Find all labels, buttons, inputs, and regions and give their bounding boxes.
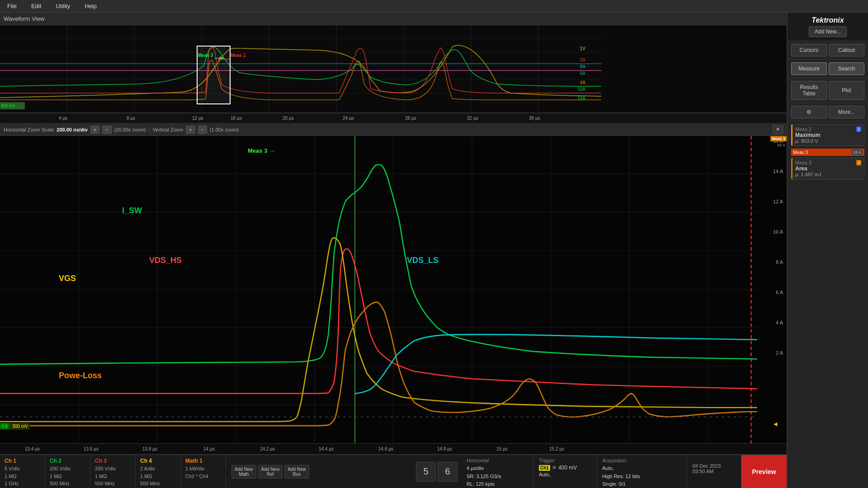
tick-8us: 8 µs (127, 116, 135, 121)
results-table-btn[interactable]: Results Table (791, 81, 827, 100)
menu-utility[interactable]: Utility (52, 1, 74, 11)
tick-13-8: 13.8 µs (142, 446, 157, 451)
cursors-callout-row: Cursors Callout (788, 41, 868, 60)
meas2-item[interactable]: Meas 2 2 Maximum µ: 903.0 V (791, 124, 864, 146)
tick-14: 14 µs (203, 446, 215, 451)
trigger-x[interactable]: ✕ (552, 465, 557, 471)
settings-more-row: ⚙ More... (788, 103, 868, 122)
waveform-title: Waveform View (4, 15, 44, 22)
ch4-bw: 500 MHz (140, 480, 176, 488)
trigger-channel: Ch1 ✕ 400 mV (539, 465, 591, 471)
horiz-zoom-value: 200.00 ns/div (57, 127, 88, 132)
meas3-red-badge: Meas 3 16 A (791, 149, 864, 156)
datetime-section: 04 Dec 2023 03:50 AM (687, 455, 741, 488)
zoom-out-btn[interactable]: − (102, 126, 111, 134)
plot-btn[interactable]: Plot (829, 81, 864, 100)
math1-name: Math 1 (185, 458, 221, 464)
more-btn[interactable]: More... (829, 106, 864, 118)
number-display: 5 6 (412, 455, 461, 488)
overview-time-axis: 4 µs 8 µs 12 µs 16 µs 20 µs 24 µs 28 µs … (0, 113, 787, 123)
zoom-box[interactable] (197, 46, 231, 104)
ch2-name: Ch 2 (50, 458, 85, 464)
add-new-ref-btn[interactable]: Add NewRef (258, 465, 283, 479)
menu-file[interactable]: File (4, 1, 20, 11)
ch2-coupling: 1 MΩ (50, 473, 85, 480)
vert-zoom-factor: (1.00x zoom) (210, 127, 239, 132)
ch1-block[interactable]: Ch 1 5 V/div 1 MΩ 1 GHz (0, 455, 45, 488)
main-waveform[interactable]: I_SW VDS_HS VGS VDS_LS Powe-Loss 16 A 14… (0, 136, 787, 443)
right-panel: Tektronix Add New... Cursors Callout Mea… (787, 13, 868, 488)
axis-12a: 12 A (773, 199, 783, 204)
menu-edit[interactable]: Edit (28, 1, 45, 11)
overview-panel[interactable]: T (0, 25, 787, 113)
ch2-block[interactable]: Ch 2 200 V/div 1 MΩ 500 MHz (45, 455, 90, 488)
cursors-btn[interactable]: Cursors (791, 44, 827, 56)
svg-text:6A: 6A (580, 71, 586, 76)
svg-text:1V: 1V (580, 46, 586, 51)
num-6[interactable]: 6 (438, 462, 458, 482)
ch1-bw: 1 GHz (5, 480, 40, 488)
meas3-value: µ: 1.467 mJ (795, 172, 861, 177)
meas3-item[interactable]: Meas 3 3 Area µ: 1.467 mJ (791, 158, 864, 179)
ch4-block[interactable]: Ch 4 2 A/div 1 MΩ 500 MHz (136, 455, 181, 488)
add-new-bus-btn[interactable]: Add NewBus (284, 465, 309, 479)
vgs-label: VGS (59, 274, 76, 283)
meas-panel: Meas 2 2 Maximum µ: 903.0 V Meas 3 16 A … (788, 122, 868, 185)
settings-btn[interactable]: ⚙ (791, 106, 827, 118)
add-buttons-area: Add NewMath Add NewRef Add NewBus (226, 455, 315, 488)
axis-10a: 10 A (773, 229, 783, 235)
vert-zoom-out-btn[interactable]: − (198, 126, 207, 134)
tick-15-2: 15.2 µs (549, 446, 564, 451)
meas3-main-label: Meas 3 → (248, 147, 275, 154)
c4-value: 300 mV (10, 423, 30, 430)
horizontal-section: Horizontal 4 µs/div SR: 3.125 GS/s RL: 1… (461, 455, 533, 488)
add-new-button[interactable]: Add New... (809, 26, 847, 37)
trigger-title: Trigger (539, 458, 591, 463)
vds-ls-label: VDS_LS (407, 256, 439, 265)
vert-zoom-label: Vertical Zoom (153, 127, 183, 132)
ch4-name: Ch 4 (140, 458, 176, 464)
acquisition-res: High Res: 12 bits (602, 473, 681, 481)
waveform-area: Waveform View T (0, 13, 787, 488)
trigger-mode: Auto, (539, 471, 591, 479)
svg-text:4A: 4A (580, 80, 586, 85)
add-new-math-btn[interactable]: Add NewMath (231, 465, 256, 479)
menu-help[interactable]: Help (81, 1, 100, 11)
zoom-in-btn[interactable]: + (90, 126, 99, 134)
tick-4us: 4 µs (59, 116, 67, 121)
overview-svg: 1V 2A 8A 6A 4A 10A 16A Meas 3 Meas 1 (0, 25, 787, 113)
trigger-level: 400 mV (558, 465, 577, 471)
tick-13-4: 13.4 µs (25, 446, 40, 451)
results-plot-row: Results Table Plot (788, 78, 868, 103)
measure-btn[interactable]: Measure (791, 62, 827, 75)
axis-8a: 8 A (776, 259, 783, 265)
meas3-type: Area (795, 165, 861, 172)
preview-button[interactable]: Preview (741, 455, 787, 488)
ch3-block[interactable]: Ch 3 200 V/div 1 MΩ 500 MHz (90, 455, 136, 488)
tick-20us: 20 µs (283, 116, 294, 121)
meas2-title: Meas 2 (795, 127, 811, 132)
axis-4a: 4 A (776, 320, 783, 325)
close-zoom-btn[interactable]: ✕ (773, 125, 783, 134)
trigger-section: Trigger Ch1 ✕ 400 mV Auto, (533, 455, 597, 488)
callout-btn[interactable]: Callout (829, 44, 864, 56)
horiz-zoom-label: Horizontal Zoom Scale (4, 127, 54, 132)
search-btn[interactable]: Search (829, 62, 864, 75)
ch4-coupling: 1 MΩ (140, 473, 176, 480)
axis-2a: 2 A (776, 350, 783, 356)
meas2-type: Maximum (795, 132, 861, 138)
num-5[interactable]: 5 (416, 462, 436, 482)
tick-14-2: 14.2 µs (260, 446, 275, 451)
ch3-scale: 200 V/div (95, 465, 131, 473)
math1-block[interactable]: Math 1 1 kW/div Ch2 * Ch4 (181, 455, 226, 488)
channel-bar: Ch 1 5 V/div 1 MΩ 1 GHz Ch 2 200 V/div 1… (0, 454, 787, 488)
horiz-zoom-factor: (20.00x zoom) (114, 127, 146, 132)
tick-14-4: 14.4 µs (319, 446, 334, 451)
bottom-time-axis: 13.4 µs 13.6 µs 13.8 µs 14 µs 14.2 µs 14… (0, 443, 787, 454)
tektronix-logo: Tektronix (791, 16, 864, 24)
vert-zoom-in-btn[interactable]: + (186, 126, 195, 134)
axis-6a: 6 A (776, 290, 783, 295)
horizontal-sr: SR: 3.125 GS/s (467, 473, 528, 481)
svg-text:10A: 10A (577, 87, 585, 92)
ch1-coupling: 1 MΩ (5, 473, 40, 480)
